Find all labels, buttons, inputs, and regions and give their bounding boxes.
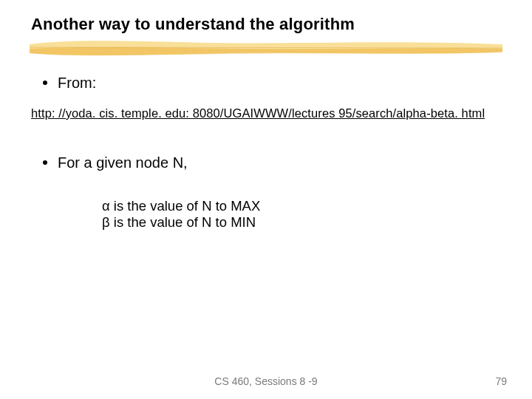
sub-beta: β is the value of N to MIN [102,214,256,231]
bullet-node-text: For a given node N, [58,154,188,171]
bullet-from: From: [43,74,96,92]
slide-title: Another way to understand the algorithm [31,15,355,34]
slide: Another way to understand the algorithm … [0,0,532,399]
bullet-node: For a given node N, [43,154,188,171]
underline-brush [30,38,502,58]
source-url: http: //yoda. cis. temple. edu: 8080/UGA… [31,106,485,120]
bullet-from-text: From: [58,75,96,91]
sub-alpha: α is the value of N to MAX [102,198,260,214]
bullet-dot-icon [43,81,47,85]
bullet-dot-icon [43,160,47,165]
footer-page-number: 79 [495,375,507,387]
footer-course: CS 460, Sessions 8 -9 [0,375,532,387]
